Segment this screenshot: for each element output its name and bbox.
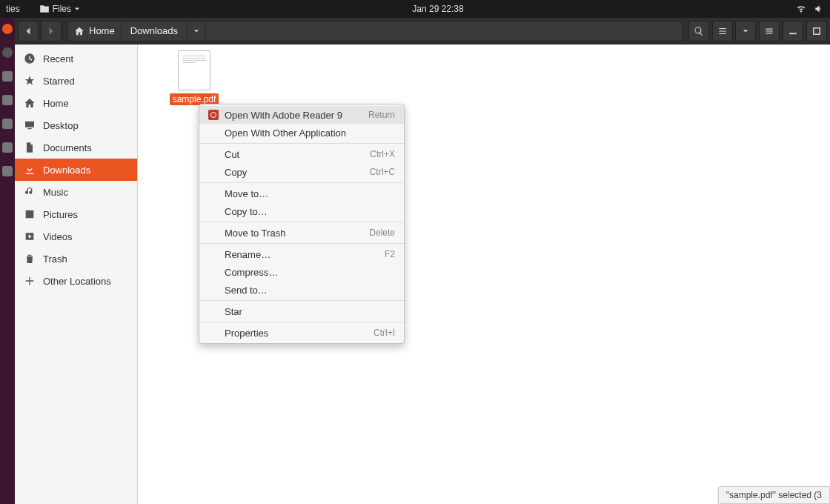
window-toolbar: Home Downloads <box>15 18 830 44</box>
context-item-label: Send to… <box>225 285 268 296</box>
context-item-label: Copy <box>225 167 247 178</box>
sidebar-item-label: Music <box>43 187 68 198</box>
breadcrumb-current[interactable]: Downloads <box>122 21 187 41</box>
context-item[interactable]: Rename…F2 <box>199 245 404 263</box>
context-item-shortcut: Delete <box>369 228 395 238</box>
sidebar-item-label: Starred <box>43 76 75 87</box>
launcher-icon[interactable] <box>2 24 13 34</box>
view-dropdown-button[interactable] <box>735 21 756 42</box>
sidebar-item-videos[interactable]: Videos <box>15 225 137 248</box>
sidebar-item-label: Trash <box>43 253 67 265</box>
context-item[interactable]: Compress… <box>199 263 404 281</box>
sidebar-item-other[interactable]: Other Locations <box>15 270 137 292</box>
minimize-window-button[interactable] <box>783 21 803 42</box>
context-item-label: Star <box>225 306 242 317</box>
nav-forward-button[interactable] <box>41 21 62 42</box>
system-topbar: ties Files Jan 29 22:38 <box>0 0 830 18</box>
context-item[interactable]: Copy to… <box>199 202 404 220</box>
context-item-shortcut: F2 <box>385 249 395 259</box>
pictures-icon <box>24 208 36 220</box>
context-separator <box>199 143 404 144</box>
sidebar-item-pictures[interactable]: Pictures <box>15 203 137 225</box>
launcher-icon[interactable] <box>2 166 13 176</box>
chevron-down-icon <box>74 6 80 12</box>
chevron-left-icon <box>24 27 33 36</box>
sidebar-item-label: Videos <box>43 231 73 242</box>
chevron-right-icon <box>47 27 56 36</box>
sidebar-item-label: Downloads <box>43 165 90 176</box>
starred-icon <box>24 75 36 87</box>
app-menu-label: Files <box>53 4 71 14</box>
wifi-icon[interactable] <box>796 4 806 14</box>
context-menu: Open With Adobe Reader 9ReturnOpen With … <box>199 104 405 344</box>
sidebar-item-label: Home <box>43 98 69 109</box>
context-item[interactable]: Open With Other Application <box>199 124 404 142</box>
context-separator <box>199 300 404 301</box>
breadcrumb-home-icon[interactable]: Home <box>68 21 122 41</box>
context-item[interactable]: CutCtrl+X <box>199 145 404 163</box>
context-item[interactable]: Move to… <box>199 185 404 202</box>
sidebar-item-recent[interactable]: Recent <box>15 47 137 70</box>
context-item-label: Copy to… <box>225 206 268 217</box>
pathbar: Home Downloads <box>67 21 683 42</box>
context-item-label: Properties <box>225 328 268 339</box>
sidebar-item-starred[interactable]: Starred <box>15 70 137 92</box>
breadcrumb-dropdown[interactable] <box>187 21 206 41</box>
sidebar-item-home[interactable]: Home <box>15 92 137 114</box>
sidebar-item-downloads[interactable]: Downloads <box>15 159 137 181</box>
launcher-dock <box>0 18 15 504</box>
launcher-icon[interactable] <box>2 47 13 58</box>
pdf-file-icon <box>178 50 210 90</box>
adobe-reader-icon <box>208 110 219 120</box>
desktop-icon <box>24 119 36 131</box>
documents-icon <box>24 142 36 153</box>
context-item-shortcut: Ctrl+X <box>370 149 395 159</box>
context-item-label: Move to Trash <box>225 228 285 239</box>
videos-icon <box>24 231 36 242</box>
sidebar-item-desktop[interactable]: Desktop <box>15 114 137 136</box>
search-icon <box>694 26 704 36</box>
folder-icon <box>39 4 50 14</box>
context-item-label: Open With Adobe Reader 9 <box>225 110 342 121</box>
context-separator <box>199 222 404 222</box>
downloads-icon <box>24 164 36 176</box>
context-separator <box>199 243 404 244</box>
view-list-button[interactable] <box>712 21 733 42</box>
window-body: RecentStarredHomeDesktopDocumentsDownloa… <box>15 44 830 504</box>
context-item[interactable]: Open With Adobe Reader 9Return <box>199 106 404 124</box>
context-separator <box>199 322 404 322</box>
list-icon <box>717 26 728 36</box>
volume-icon[interactable] <box>814 4 824 14</box>
sidebar-item-trash[interactable]: Trash <box>15 248 137 270</box>
maximize-window-button[interactable] <box>806 21 827 42</box>
chevron-down-icon <box>193 28 199 34</box>
search-button[interactable] <box>688 21 709 42</box>
context-item[interactable]: Send to… <box>199 281 404 299</box>
sidebar-item-music[interactable]: Music <box>15 181 137 203</box>
context-item-label: Compress… <box>225 267 278 278</box>
clock[interactable]: Jan 29 22:38 <box>412 4 463 14</box>
svg-rect-0 <box>789 33 797 34</box>
hamburger-menu-button[interactable] <box>759 21 780 42</box>
context-item[interactable]: PropertiesCtrl+I <box>199 324 404 342</box>
context-item[interactable]: Move to TrashDelete <box>199 224 404 242</box>
launcher-icon[interactable] <box>2 71 13 82</box>
launcher-icon[interactable] <box>2 95 13 105</box>
app-menu[interactable]: Files <box>39 4 80 14</box>
context-separator <box>199 182 404 183</box>
context-item-label: Rename… <box>225 249 270 260</box>
places-sidebar: RecentStarredHomeDesktopDocumentsDownloa… <box>15 44 138 504</box>
nav-back-button[interactable] <box>18 21 39 42</box>
context-item-shortcut: Return <box>368 110 395 120</box>
trash-icon <box>24 253 36 265</box>
context-item[interactable]: CopyCtrl+C <box>199 163 404 181</box>
launcher-icon[interactable] <box>2 142 13 153</box>
file-item[interactable]: sample.pdf <box>165 50 224 105</box>
breadcrumb-home: Home <box>89 25 115 36</box>
menu-icon <box>764 26 774 36</box>
activities-label[interactable]: ties <box>6 4 20 14</box>
home-icon <box>74 26 84 36</box>
launcher-icon[interactable] <box>2 119 13 129</box>
sidebar-item-documents[interactable]: Documents <box>15 136 137 159</box>
context-item[interactable]: Star <box>199 302 404 320</box>
